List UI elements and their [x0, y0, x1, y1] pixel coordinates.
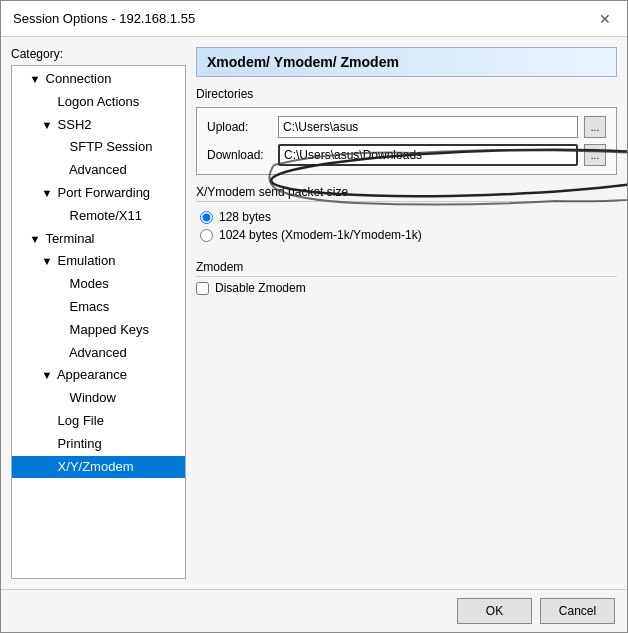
radio-1024[interactable] [200, 229, 213, 242]
cancel-button[interactable]: Cancel [540, 598, 615, 624]
toggle-adv-term [52, 345, 66, 363]
directories-label: Directories [196, 87, 617, 101]
radio-1024-label: 1024 bytes (Xmodem-1k/Ymodem-1k) [219, 228, 422, 242]
session-options-dialog: Session Options - 192.168.1.55 ✕ Categor… [0, 0, 628, 633]
sidebar-item-ssh2[interactable]: ▼ SSH2 [12, 114, 185, 137]
zmodem-label: Zmodem [196, 260, 617, 277]
sidebar-item-terminal[interactable]: ▼ Terminal [12, 228, 185, 251]
directories-section: Upload: ... Download: ... [196, 107, 617, 175]
toggle-logon [40, 94, 54, 112]
sidebar-item-connection[interactable]: ▼ Connection [12, 68, 185, 91]
dialog-footer: OK Cancel [1, 589, 627, 632]
toggle-terminal: ▼ [28, 231, 42, 249]
download-input[interactable] [278, 144, 578, 166]
toggle-emulation: ▼ [40, 253, 54, 271]
download-row: Download: ... [207, 144, 606, 166]
toggle-remotex11 [52, 208, 66, 226]
toggle-portfwd: ▼ [40, 185, 54, 203]
upload-label: Upload: [207, 120, 272, 134]
sidebar: Category: ▼ Connection Logon Actions ▼ S… [11, 47, 186, 579]
sidebar-item-xy-zmodem[interactable]: X/Y/Zmodem [12, 456, 185, 479]
radio-128[interactable] [200, 211, 213, 224]
toggle-window [52, 390, 66, 408]
toggle-logfile [40, 413, 54, 431]
toggle-modes [52, 276, 66, 294]
upload-input[interactable] [278, 116, 578, 138]
toggle-mapped-keys [52, 322, 66, 340]
xy-send-label: X/Ymodem send packet size [196, 185, 617, 202]
dialog-body: Category: ▼ Connection Logon Actions ▼ S… [1, 37, 627, 589]
toggle-xyzmodem [40, 459, 54, 477]
close-button[interactable]: ✕ [595, 9, 615, 29]
content-panel: Xmodem/ Ymodem/ Zmodem Directories Uploa… [196, 47, 617, 579]
radio-128-row: 128 bytes [200, 210, 617, 224]
disable-zmodem-label: Disable Zmodem [215, 281, 306, 295]
toggle-emacs [52, 299, 66, 317]
dialog-title: Session Options - 192.168.1.55 [13, 11, 195, 26]
sidebar-item-sftp-session[interactable]: SFTP Session [12, 136, 185, 159]
toggle-printing [40, 436, 54, 454]
sidebar-item-mapped-keys[interactable]: Mapped Keys [12, 319, 185, 342]
sidebar-item-port-forwarding[interactable]: ▼ Port Forwarding [12, 182, 185, 205]
sidebar-item-logon-actions[interactable]: Logon Actions [12, 91, 185, 114]
toggle-appearance: ▼ [40, 367, 54, 385]
toggle-sftp [52, 139, 66, 157]
content-panel-inner: Directories Upload: ... Download: ... X/… [196, 87, 617, 579]
radio-128-label: 128 bytes [219, 210, 271, 224]
sidebar-item-advanced-conn[interactable]: Advanced [12, 159, 185, 182]
upload-browse-button[interactable]: ... [584, 116, 606, 138]
disable-zmodem-checkbox[interactable] [196, 282, 209, 295]
panel-title: Xmodem/ Ymodem/ Zmodem [196, 47, 617, 77]
sidebar-item-window[interactable]: Window [12, 387, 185, 410]
sidebar-item-advanced-term[interactable]: Advanced [12, 342, 185, 365]
upload-row: Upload: ... [207, 116, 606, 138]
title-bar: Session Options - 192.168.1.55 ✕ [1, 1, 627, 37]
download-label: Download: [207, 148, 272, 162]
download-browse-button[interactable]: ... [584, 144, 606, 166]
sidebar-item-emacs[interactable]: Emacs [12, 296, 185, 319]
ok-button[interactable]: OK [457, 598, 532, 624]
toggle-ssh2: ▼ [40, 117, 54, 135]
toggle-connection: ▼ [28, 71, 42, 89]
sidebar-item-remote-x11[interactable]: Remote/X11 [12, 205, 185, 228]
radio-group: 128 bytes 1024 bytes (Xmodem-1k/Ymodem-1… [196, 206, 617, 254]
sidebar-item-printing[interactable]: Printing [12, 433, 185, 456]
tree: ▼ Connection Logon Actions ▼ SSH2 SFTP S… [11, 65, 186, 579]
toggle-adv-conn [52, 162, 66, 180]
radio-1024-row: 1024 bytes (Xmodem-1k/Ymodem-1k) [200, 228, 617, 242]
sidebar-item-appearance[interactable]: ▼ Appearance [12, 364, 185, 387]
category-label: Category: [11, 47, 186, 61]
zmodem-section: Zmodem Disable Zmodem [196, 260, 617, 295]
sidebar-item-emulation[interactable]: ▼ Emulation [12, 250, 185, 273]
disable-zmodem-row: Disable Zmodem [196, 281, 617, 295]
sidebar-item-modes[interactable]: Modes [12, 273, 185, 296]
sidebar-item-log-file[interactable]: Log File [12, 410, 185, 433]
